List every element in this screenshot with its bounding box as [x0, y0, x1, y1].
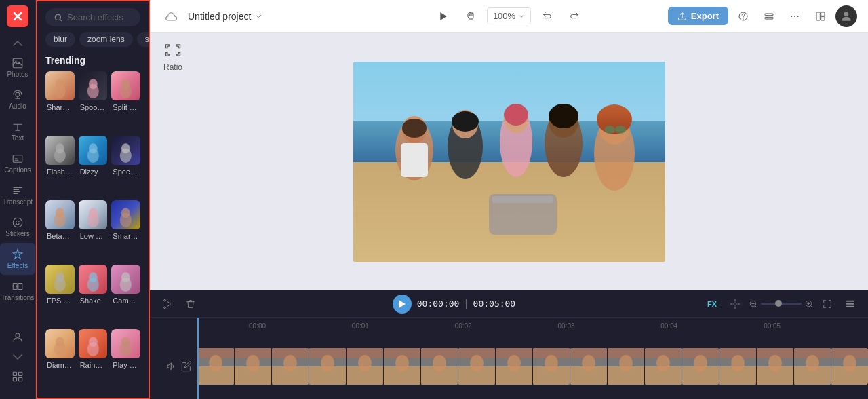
filter-tags: blur zoom lens shake retro [37, 32, 149, 52]
strip-frame [831, 348, 868, 385]
effect-card-6[interactable]: Spectrum S... [111, 136, 140, 196]
effect-card-8[interactable]: Low Quality [79, 200, 108, 261]
filter-tag-shake[interactable]: shake [137, 32, 149, 47]
svg-rect-64 [401, 143, 428, 177]
svg-point-5 [16, 221, 17, 223]
help-button[interactable] [732, 5, 754, 27]
fullscreen-button[interactable] [818, 294, 837, 314]
sidebar-item-transitions[interactable]: Transitions [0, 275, 35, 307]
effect-card-11[interactable]: Shake [79, 265, 108, 325]
app-logo[interactable] [7, 5, 28, 27]
filter-tag-blur[interactable]: blur [45, 32, 75, 47]
svg-point-141 [656, 355, 670, 371]
save-button[interactable] [161, 5, 182, 27]
zoom-slider[interactable] [749, 299, 814, 309]
playhead-line [197, 318, 199, 399]
fx-button[interactable]: FX [703, 294, 722, 314]
cut-button[interactable] [158, 294, 177, 314]
trending-label: Trending [37, 52, 149, 71]
svg-rect-87 [846, 300, 854, 301]
timeline-toolbar: 00:00:00 | 00:05:00 FX [150, 290, 868, 318]
fullscreen-icon [822, 299, 833, 309]
sidebar-expand-btn[interactable] [9, 352, 26, 362]
ratio-button[interactable]: Ratio [163, 41, 182, 72]
delete-icon [185, 299, 196, 309]
timeline-play-button[interactable] [393, 294, 412, 314]
ruler-mark-3: 00:03 [556, 322, 659, 330]
undo-button[interactable] [536, 5, 558, 27]
sidebar-item-label: Effects [7, 262, 28, 269]
strip-frame [347, 348, 383, 385]
effect-card-1[interactable]: Sharpen Ed... [45, 71, 75, 132]
sidebar-item-photos[interactable]: Photos [0, 52, 35, 83]
strip-frame [197, 348, 234, 385]
effect-card-4[interactable]: Flash Vibra... [45, 136, 75, 196]
svg-point-18 [87, 84, 98, 98]
svg-point-51 [772, 18, 772, 18]
zoom-track[interactable] [761, 303, 802, 305]
effect-card-10[interactable]: FPS Lag [45, 265, 75, 325]
timeline-center: 00:00:00 | 00:05:00 [211, 294, 697, 314]
zoom-control[interactable]: 100% [487, 7, 531, 24]
effect-card-7[interactable]: Betamax [45, 200, 75, 261]
effect-card-15[interactable]: Play Pendul... [111, 329, 140, 390]
play-mode-button[interactable] [433, 5, 454, 27]
svg-point-121 [470, 355, 484, 371]
svg-point-153 [768, 355, 782, 371]
user-avatar[interactable] [835, 5, 857, 27]
hand-tool-button[interactable] [460, 5, 481, 27]
timeline-tracks [150, 334, 868, 399]
search-bar[interactable]: Search effects [45, 8, 140, 26]
sidebar-item-text[interactable]: Text [0, 115, 35, 147]
export-button[interactable]: Export [668, 7, 728, 25]
sidebar-item-account[interactable] [0, 326, 35, 349]
effect-card-2[interactable]: Spooky Ca... [79, 71, 108, 132]
sidebar-item-transcript[interactable]: Transcript [0, 179, 35, 211]
position-button[interactable] [726, 294, 745, 314]
svg-point-47 [743, 18, 743, 19]
storage-button[interactable] [758, 5, 780, 27]
effect-card-3[interactable]: Split Flicker [111, 71, 140, 132]
svg-point-125 [507, 355, 521, 371]
video-strip[interactable] [197, 348, 868, 385]
effect-thumb-9 [111, 200, 140, 229]
svg-point-52 [791, 16, 792, 17]
filter-tag-zoom-lens[interactable]: zoom lens [79, 32, 133, 47]
sidebar-item-boards[interactable] [0, 365, 35, 388]
more-button[interactable] [784, 5, 806, 27]
effect-name-10: FPS Lag [45, 294, 75, 306]
effect-thumb-11 [79, 265, 108, 294]
effect-card-14[interactable]: Rainbow Li... [79, 329, 108, 390]
sidebar-collapse-btn[interactable] [9, 38, 26, 49]
sidebar-item-audio[interactable]: Audio [0, 83, 35, 115]
ruler-mark-2: 00:02 [454, 322, 557, 330]
effect-card-9[interactable]: Smart Shar... [111, 200, 140, 261]
svg-point-58 [844, 12, 849, 16]
sidebar-item-stickers[interactable]: Stickers [0, 211, 35, 243]
svg-marker-84 [399, 300, 406, 308]
svg-point-4 [13, 218, 22, 227]
zoom-thumb[interactable] [775, 300, 782, 307]
effect-card-13[interactable]: Diamond Z... [45, 329, 75, 390]
strip-frame [309, 348, 346, 385]
effect-card-5[interactable]: Dizzy [79, 136, 108, 196]
volume-button[interactable] [166, 361, 177, 372]
layout-button[interactable] [810, 5, 831, 27]
effect-thumb-5 [79, 136, 108, 165]
canvas-area: Ratio [150, 33, 868, 290]
captions-icon [12, 153, 24, 165]
redo-button[interactable] [564, 5, 585, 27]
cut-icon [162, 299, 173, 309]
delete-button[interactable] [181, 294, 200, 314]
ruler-mark-4: 00:04 [659, 322, 762, 330]
svg-rect-88 [846, 303, 854, 304]
transcript-toggle-button[interactable] [841, 294, 860, 314]
sidebar-item-captions[interactable]: Captions [0, 147, 35, 179]
effect-card-12[interactable]: Camera Sh... [111, 265, 140, 325]
edit-button[interactable] [181, 361, 192, 372]
effect-name-9: Smart Shar... [111, 229, 140, 242]
strip-frame [719, 348, 756, 385]
project-name-area[interactable]: Untitled project [188, 11, 263, 22]
sidebar-item-effects[interactable]: Effects [0, 243, 35, 275]
svg-point-50 [772, 14, 772, 14]
